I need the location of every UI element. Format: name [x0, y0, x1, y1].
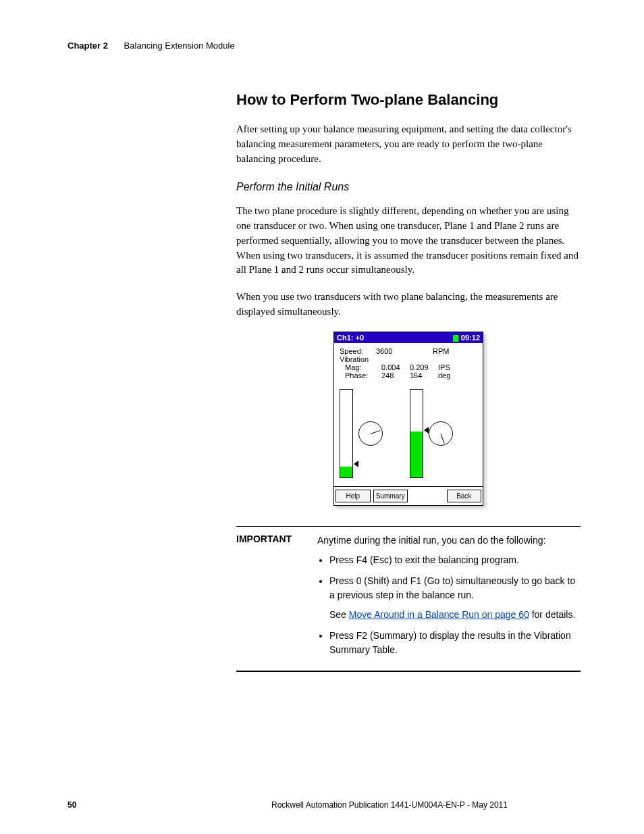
screenshot-readings: Speed: 3600 RPM Vibration Mag: 0.004 0.2…: [334, 343, 483, 381]
callout-bullet-2: Press 0 (Shift) and F1 (Go to) simultane…: [329, 574, 581, 622]
subheading: Perform the Initial Runs: [236, 181, 581, 193]
mag-label: Mag:: [340, 363, 381, 371]
phase-label: Phase:: [340, 371, 381, 380]
phase-value-1: 248: [381, 371, 410, 380]
phase-unit: deg: [438, 371, 458, 380]
dial-gauge-1: [358, 421, 383, 446]
cross-reference-link[interactable]: Move Around in a Balance Run on page 60: [349, 609, 529, 620]
screenshot-titlebar: Ch1: +0 09:12: [334, 332, 483, 343]
blank-button: [410, 490, 444, 502]
publication-footer: Rockwell Automation Publication 1441-UM0…: [203, 800, 576, 810]
mag-value-2: 0.209: [410, 363, 438, 371]
screenshot-title-left: Ch1: +0: [337, 334, 364, 342]
mag-unit: IPS: [438, 363, 458, 371]
callout-label: IMPORTANT: [236, 533, 317, 664]
page-footer: 50 Rockwell Automation Publication 1441-…: [68, 800, 576, 810]
marker-icon: [354, 461, 358, 467]
callout-bullet-3: Press F2 (Summary) to display the result…: [329, 629, 581, 657]
paragraph-intro: After setting up your balance measuring …: [236, 122, 581, 166]
back-button[interactable]: Back: [447, 490, 482, 502]
marker-icon: [424, 427, 429, 434]
callout-body: Anytime during the initial run, you can …: [317, 533, 581, 664]
battery-icon: [453, 335, 458, 342]
page-number: 50: [68, 800, 203, 810]
callout-bullet-1: Press F4 (Esc) to exit the balancing pro…: [329, 553, 581, 567]
bar-gauge-2: [410, 389, 423, 478]
callout-intro: Anytime during the initial run, you can …: [317, 533, 581, 548]
section-heading: How to Perform Two-plane Balancing: [236, 91, 581, 109]
paragraph-procedure: The two plane procedure is slightly diff…: [236, 204, 581, 278]
mag-value-1: 0.004: [381, 363, 410, 371]
summary-button[interactable]: Summary: [373, 490, 408, 502]
page-header: Chapter 2 Balancing Extension Module: [68, 41, 576, 51]
header-title: Balancing Extension Module: [124, 41, 235, 51]
header-chapter: Chapter 2: [68, 41, 108, 51]
callout-see-note: See Move Around in a Balance Run on page…: [329, 608, 581, 622]
paragraph-two-transducers: When you use two transducers with two pl…: [236, 290, 581, 319]
speed-label: Speed:: [340, 347, 376, 355]
speed-unit: RPM: [433, 347, 453, 355]
screenshot-time: 09:12: [461, 334, 480, 342]
speed-value: 3600: [376, 347, 404, 355]
screenshot-buttons: Help Summary Back: [334, 486, 483, 505]
bar-gauge-1: [340, 389, 353, 478]
help-button[interactable]: Help: [336, 490, 371, 502]
screenshot-title-right: 09:12: [453, 334, 480, 342]
phase-value-2: 164: [410, 371, 438, 380]
screenshot-gauges: [334, 381, 483, 486]
important-callout: IMPORTANT Anytime during the initial run…: [236, 526, 581, 672]
device-screenshot: Ch1: +0 09:12 Speed: 3600 RPM Vibration …: [333, 332, 483, 506]
vibration-label: Vibration: [340, 355, 376, 363]
dial-gauge-2: [429, 421, 453, 446]
